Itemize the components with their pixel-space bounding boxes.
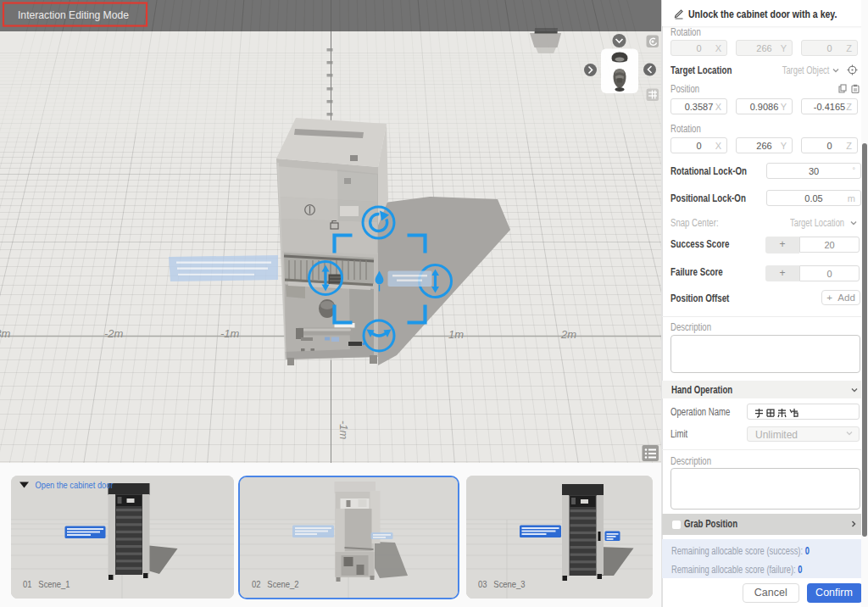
svg-text:1m: 1m (448, 328, 464, 341)
svg-text:-1m: -1m (220, 327, 240, 340)
svg-text:-2m: -2m (104, 327, 124, 340)
svg-text:-3m: -3m (0, 327, 11, 340)
svg-text:Interaction Editing Mode: Interaction Editing Mode (18, 8, 129, 21)
svg-text:2m: 2m (560, 328, 576, 341)
svg-text:-1m: -1m (337, 420, 350, 440)
svg-text:Open the cabinet door: Open the cabinet door (36, 480, 114, 490)
